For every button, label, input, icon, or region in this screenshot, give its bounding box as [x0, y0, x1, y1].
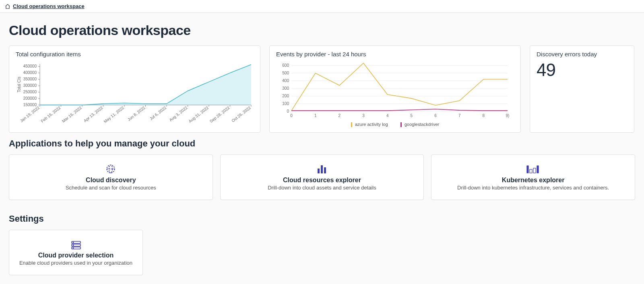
- svg-text:8: 8: [483, 113, 485, 118]
- svg-text:300000: 300000: [23, 83, 37, 88]
- svg-text:7: 7: [458, 113, 461, 118]
- svg-text:150000: 150000: [23, 103, 37, 107]
- app-desc: Drill-down into cloud assets and service…: [228, 185, 417, 191]
- svg-text:Jun 8, 2022: Jun 8, 2022: [127, 105, 146, 122]
- card-events: Events by provider - last 24 hours 01002…: [269, 45, 521, 133]
- card-discovery-errors-title: Discovery errors today: [537, 51, 627, 58]
- svg-text:Aug 31, 2022: Aug 31, 2022: [188, 105, 210, 124]
- chart-events: 01002003004005006000123456789): [276, 60, 514, 120]
- svg-point-76: [73, 242, 74, 243]
- server-icon: [17, 238, 135, 249]
- svg-text:3: 3: [362, 113, 365, 118]
- legend-label-google: googlestackdriver: [405, 122, 439, 127]
- legend-swatch-google: [400, 122, 402, 127]
- svg-text:450000: 450000: [23, 64, 37, 68]
- svg-rect-67: [321, 165, 323, 173]
- svg-text:350000: 350000: [23, 77, 37, 81]
- svg-text:4: 4: [386, 113, 389, 118]
- svg-text:300: 300: [282, 86, 289, 91]
- app-desc: Drill-down into kubernetes infrastructur…: [439, 185, 627, 191]
- svg-text:6: 6: [434, 113, 437, 118]
- svg-point-78: [73, 248, 74, 249]
- svg-text:May 11, 2022: May 11, 2022: [103, 105, 125, 124]
- app-card-resources-explorer[interactable]: Cloud resources explorer Drill-down into…: [220, 154, 424, 200]
- settings-card-provider-selection[interactable]: Cloud provider selection Enable cloud pr…: [9, 230, 143, 275]
- svg-text:Total CIs: Total CIs: [17, 77, 21, 93]
- svg-text:9): 9): [506, 113, 510, 118]
- svg-text:Oct 26, 2022: Oct 26, 2022: [231, 105, 252, 123]
- card-events-title: Events by provider - last 24 hours: [276, 51, 514, 58]
- svg-text:Sep 28, 2022: Sep 28, 2022: [209, 105, 231, 124]
- svg-text:Feb 16, 2022: Feb 16, 2022: [40, 105, 62, 123]
- chart-total-ci: 1500002000002500003000003500004000004500…: [16, 60, 254, 128]
- svg-text:1: 1: [314, 113, 317, 118]
- settings-desc: Enable cloud providers used in your orga…: [17, 260, 135, 266]
- svg-text:0: 0: [290, 113, 293, 118]
- breadcrumb-bar: Cloud operations workspace: [0, 0, 644, 13]
- globe-icon: [17, 163, 205, 174]
- svg-rect-71: [533, 168, 536, 173]
- breadcrumb-workspace[interactable]: Cloud operations workspace: [13, 3, 85, 9]
- svg-rect-69: [527, 166, 528, 173]
- svg-rect-72: [537, 166, 539, 173]
- page-title: Cloud operations workspace: [9, 23, 635, 38]
- card-discovery-errors: Discovery errors today 49: [530, 45, 634, 133]
- svg-text:Apr 13, 2022: Apr 13, 2022: [83, 105, 104, 123]
- legend-swatch-azure: [351, 122, 352, 127]
- svg-point-77: [73, 245, 74, 246]
- svg-text:5: 5: [411, 113, 413, 118]
- svg-text:Mar 16, 2022: Mar 16, 2022: [61, 105, 83, 123]
- chart-events-legend: azure activity log googlestackdriver: [276, 122, 514, 127]
- settings-title: Cloud provider selection: [17, 252, 135, 259]
- svg-text:200000: 200000: [23, 96, 37, 101]
- svg-text:400000: 400000: [23, 70, 37, 75]
- svg-text:500: 500: [282, 71, 289, 75]
- svg-text:250000: 250000: [23, 90, 37, 94]
- app-title: Kubernetes explorer: [439, 177, 627, 184]
- card-total-ci-title: Total configuration items: [16, 51, 254, 58]
- kubernetes-bars-icon: [439, 163, 627, 174]
- svg-text:Jan 19, 2022: Jan 19, 2022: [19, 105, 41, 123]
- svg-text:Aug 3, 2022: Aug 3, 2022: [168, 105, 188, 122]
- app-desc: Schedule and scan for cloud resources: [17, 185, 205, 191]
- svg-text:600: 600: [282, 63, 289, 68]
- settings-heading: Settings: [9, 214, 635, 224]
- app-card-kubernetes-explorer[interactable]: Kubernetes explorer Drill-down into kube…: [431, 154, 635, 200]
- svg-rect-68: [324, 167, 326, 173]
- svg-text:Jul 6, 2022: Jul 6, 2022: [149, 105, 167, 121]
- card-total-ci: Total configuration items 15000020000025…: [9, 45, 260, 133]
- bar-chart-icon: [228, 163, 417, 174]
- home-icon[interactable]: [5, 4, 10, 9]
- discovery-errors-value: 49: [537, 60, 627, 80]
- svg-text:0: 0: [287, 109, 289, 113]
- app-title: Cloud discovery: [17, 177, 205, 184]
- apps-heading: Applications to help you manage your clo…: [9, 138, 635, 149]
- svg-rect-66: [318, 169, 320, 173]
- svg-text:100: 100: [282, 101, 289, 106]
- svg-text:400: 400: [282, 78, 289, 83]
- legend-label-azure: azure activity log: [355, 122, 388, 127]
- svg-rect-70: [530, 169, 532, 173]
- app-card-cloud-discovery[interactable]: Cloud discovery Schedule and scan for cl…: [9, 154, 213, 200]
- app-title: Cloud resources explorer: [228, 177, 417, 184]
- svg-text:2: 2: [339, 113, 341, 118]
- svg-text:200: 200: [282, 94, 289, 98]
